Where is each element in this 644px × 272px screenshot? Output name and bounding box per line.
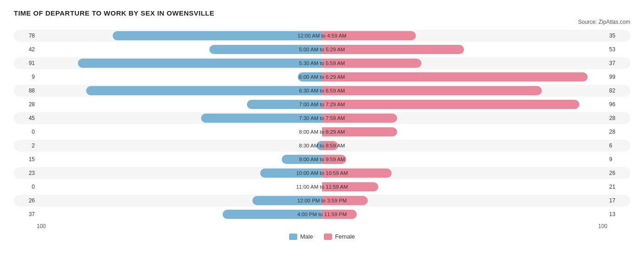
chart-row: 08:00 AM to 8:29 AM28 <box>14 126 630 138</box>
chart-row: 374:00 PM to 11:59 PM13 <box>14 208 630 220</box>
female-value: 26 <box>607 170 630 176</box>
male-bar <box>247 100 322 109</box>
legend: Male Female <box>14 233 630 240</box>
female-value: 96 <box>607 101 630 108</box>
male-value: 9 <box>14 74 37 80</box>
source-label: Source: ZipAtlas.com <box>14 19 630 25</box>
male-value: 15 <box>14 156 37 163</box>
female-value: 6 <box>607 142 630 149</box>
female-value: 37 <box>607 60 630 66</box>
female-bar <box>322 72 588 82</box>
chart-row: 915:30 AM to 5:59 AM37 <box>14 57 630 69</box>
bars-container: 4:00 PM to 11:59 PM <box>37 208 607 220</box>
legend-female: Female <box>324 233 355 240</box>
male-value: 91 <box>14 60 37 66</box>
female-value: 82 <box>607 87 630 94</box>
male-bar <box>86 86 322 95</box>
chart-row: 425:00 AM to 5:29 AM53 <box>14 44 630 55</box>
female-value: 28 <box>607 129 630 135</box>
bars-container: 7:00 AM to 7:29 AM <box>37 98 607 110</box>
chart-row: 886:30 AM to 6:59 AM82 <box>14 85 630 97</box>
female-bar <box>322 59 421 68</box>
bars-container: 5:30 AM to 5:59 AM <box>37 57 607 69</box>
female-bar <box>322 100 579 109</box>
male-value: 37 <box>14 211 37 218</box>
male-bar <box>78 59 322 68</box>
axis-right: 100 <box>598 223 607 229</box>
male-value: 42 <box>14 46 37 53</box>
bars-container: 10:00 AM to 10:59 AM <box>37 167 607 179</box>
chart-row: 457:30 AM to 7:59 AM28 <box>14 112 630 124</box>
male-bar <box>223 210 322 219</box>
male-bar <box>252 196 322 205</box>
female-bar <box>322 45 464 54</box>
female-bar <box>322 182 378 191</box>
bars-container: 8:30 AM to 8:59 AM <box>37 140 607 152</box>
male-bar <box>201 114 322 123</box>
female-bar <box>322 127 397 136</box>
chart-row: 011:00 AM to 11:59 AM21 <box>14 181 630 193</box>
legend-female-label: Female <box>335 233 355 240</box>
female-bar <box>322 31 416 40</box>
female-value: 13 <box>607 211 630 218</box>
female-bar <box>322 114 397 123</box>
female-bar <box>322 169 392 178</box>
male-value: 2 <box>14 142 37 149</box>
chart-title: TIME OF DEPARTURE TO WORK BY SEX IN OWEN… <box>14 9 630 17</box>
male-bar <box>282 155 322 164</box>
male-value: 45 <box>14 115 37 121</box>
male-bar <box>260 169 322 178</box>
female-bar <box>322 141 338 150</box>
chart-row: 96:00 AM to 6:29 AM99 <box>14 71 630 83</box>
female-value: 35 <box>607 33 630 39</box>
male-value: 78 <box>14 33 37 39</box>
legend-male: Male <box>289 233 313 240</box>
female-value: 28 <box>607 115 630 121</box>
female-value: 53 <box>607 46 630 53</box>
chart-row: 2612:00 PM to 3:59 PM17 <box>14 195 630 207</box>
chart-row: 287:00 AM to 7:29 AM96 <box>14 98 630 110</box>
chart-row: 28:30 AM to 8:59 AM6 <box>14 140 630 152</box>
bars-container: 9:00 AM to 9:59 AM <box>37 153 607 165</box>
bars-container: 7:30 AM to 7:59 AM <box>37 112 607 124</box>
female-value: 17 <box>607 197 630 204</box>
female-bar <box>322 155 346 164</box>
legend-male-label: Male <box>300 233 313 240</box>
chart-row: 2310:00 AM to 10:59 AM26 <box>14 167 630 179</box>
female-bar <box>322 196 368 205</box>
chart-area: 7812:00 AM to 4:59 AM35425:00 AM to 5:29… <box>14 30 630 220</box>
bars-container: 8:00 AM to 8:29 AM <box>37 126 607 138</box>
chart-row: 7812:00 AM to 4:59 AM35 <box>14 30 630 42</box>
chart-row: 159:00 AM to 9:59 AM9 <box>14 153 630 165</box>
male-bar <box>113 31 322 40</box>
male-value: 23 <box>14 170 37 176</box>
male-bar <box>317 141 322 150</box>
male-bar <box>209 45 322 54</box>
axis-labels: 100 100 <box>14 223 630 229</box>
legend-male-box <box>289 234 297 240</box>
female-value: 99 <box>607 74 630 80</box>
male-value: 26 <box>14 197 37 204</box>
bars-container: 6:30 AM to 6:59 AM <box>37 85 607 97</box>
female-value: 21 <box>607 184 630 190</box>
axis-left: 100 <box>37 223 46 229</box>
bars-container: 11:00 AM to 11:59 AM <box>37 181 607 193</box>
female-bar <box>322 86 542 95</box>
bars-container: 5:00 AM to 5:29 AM <box>37 44 607 55</box>
male-value: 88 <box>14 87 37 94</box>
male-value: 0 <box>14 184 37 190</box>
legend-female-box <box>324 234 332 240</box>
male-bar <box>298 72 322 82</box>
bars-container: 12:00 PM to 3:59 PM <box>37 195 607 207</box>
female-value: 9 <box>607 156 630 163</box>
bars-container: 6:00 AM to 6:29 AM <box>37 71 607 83</box>
male-value: 0 <box>14 129 37 135</box>
female-bar <box>322 210 357 219</box>
male-value: 28 <box>14 101 37 108</box>
bars-container: 12:00 AM to 4:59 AM <box>37 30 607 42</box>
